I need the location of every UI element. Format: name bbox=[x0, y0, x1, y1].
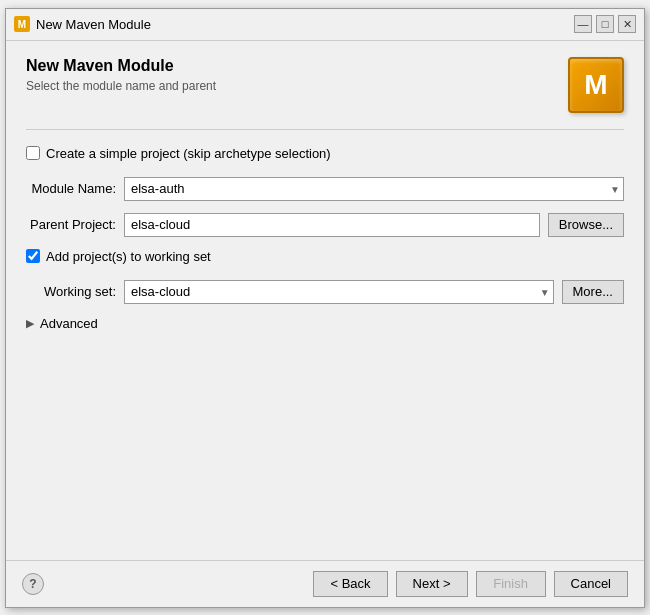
module-name-wrapper: ▼ bbox=[124, 177, 624, 201]
simple-project-label[interactable]: Create a simple project (skip archetype … bbox=[46, 146, 331, 161]
title-bar-left: M New Maven Module bbox=[14, 16, 151, 32]
maximize-button[interactable]: □ bbox=[596, 15, 614, 33]
working-set-checkbox-row: Add project(s) to working set bbox=[26, 249, 624, 264]
parent-project-input[interactable] bbox=[124, 213, 540, 237]
footer-right: < Back Next > Finish Cancel bbox=[313, 571, 628, 597]
dialog-window: M New Maven Module — □ ✕ New Maven Modul… bbox=[5, 8, 645, 608]
working-set-row: Working set: elsa-cloud ▼ More... bbox=[26, 280, 624, 304]
back-button[interactable]: < Back bbox=[313, 571, 387, 597]
finish-button[interactable]: Finish bbox=[476, 571, 546, 597]
module-name-row: Module Name: ▼ bbox=[26, 177, 624, 201]
header-text: New Maven Module Select the module name … bbox=[26, 57, 568, 93]
dialog-title: New Maven Module bbox=[26, 57, 568, 75]
simple-project-checkbox[interactable] bbox=[26, 146, 40, 160]
header-section: New Maven Module Select the module name … bbox=[26, 57, 624, 113]
advanced-label: Advanced bbox=[40, 316, 98, 331]
cancel-button[interactable]: Cancel bbox=[554, 571, 628, 597]
content-spacer bbox=[26, 345, 624, 544]
close-button[interactable]: ✕ bbox=[618, 15, 636, 33]
more-button[interactable]: More... bbox=[562, 280, 624, 304]
module-name-input[interactable] bbox=[124, 177, 624, 201]
next-button[interactable]: Next > bbox=[396, 571, 468, 597]
minimize-button[interactable]: — bbox=[574, 15, 592, 33]
title-bar: M New Maven Module — □ ✕ bbox=[6, 9, 644, 41]
add-working-set-text: Add project(s) to working set bbox=[46, 249, 211, 264]
add-working-set-checkbox[interactable] bbox=[26, 249, 40, 263]
module-name-label: Module Name: bbox=[26, 181, 116, 196]
maven-logo: M bbox=[568, 57, 624, 113]
simple-project-row: Create a simple project (skip archetype … bbox=[26, 146, 624, 161]
dialog-content: New Maven Module Select the module name … bbox=[6, 41, 644, 560]
advanced-arrow-icon: ▶ bbox=[26, 317, 34, 330]
advanced-section[interactable]: ▶ Advanced bbox=[26, 316, 624, 331]
help-button[interactable]: ? bbox=[22, 573, 44, 595]
dialog-footer: ? < Back Next > Finish Cancel bbox=[6, 560, 644, 607]
browse-button[interactable]: Browse... bbox=[548, 213, 624, 237]
working-set-select-wrapper: elsa-cloud ▼ bbox=[124, 280, 554, 304]
working-set-label: Working set: bbox=[26, 284, 116, 299]
working-set-select[interactable]: elsa-cloud bbox=[124, 280, 554, 304]
window-title: New Maven Module bbox=[36, 17, 151, 32]
dialog-subtitle: Select the module name and parent bbox=[26, 79, 568, 93]
parent-project-row: Parent Project: Browse... bbox=[26, 213, 624, 237]
title-bar-controls: — □ ✕ bbox=[574, 15, 636, 33]
window-icon: M bbox=[14, 16, 30, 32]
separator bbox=[26, 129, 624, 130]
footer-left: ? bbox=[22, 573, 44, 595]
form-area: Create a simple project (skip archetype … bbox=[26, 146, 624, 345]
add-working-set-label[interactable]: Add project(s) to working set bbox=[46, 249, 211, 264]
parent-project-label: Parent Project: bbox=[26, 217, 116, 232]
